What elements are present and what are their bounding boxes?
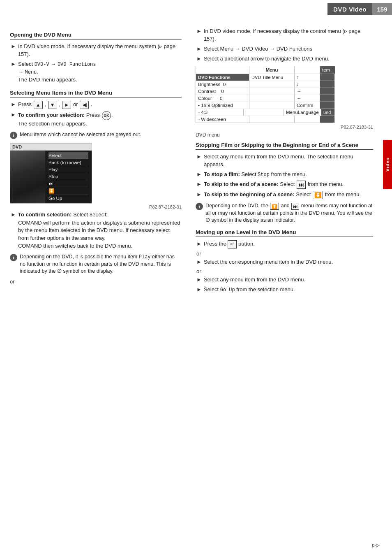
bullet-arrow-icon: ►	[196, 56, 202, 62]
list-item: ► To skip to the beginning of a scene: S…	[196, 191, 373, 199]
section-opening-dvd-menu-heading: Opening the DVD Menu	[10, 32, 182, 39]
bullet-arrow-icon: ►	[196, 191, 202, 197]
key-right[interactable]: ►	[62, 101, 71, 109]
dvd-table-header-row: Menu tem	[196, 66, 335, 74]
und-cell: und	[321, 109, 335, 116]
info-box: i Menu items which cannot be selected ar…	[10, 131, 182, 139]
bullet-text: To confirm your selection: Press ok.The …	[18, 111, 113, 128]
dvd-table-row: Brightness 0 ↓	[196, 81, 335, 88]
or-separator: or	[196, 251, 373, 257]
menulanguage-cell: MenuLanguage	[284, 109, 321, 116]
dvd-tem5-cell	[320, 102, 335, 109]
bullet-arrow-icon: ►	[196, 153, 202, 160]
dvd-tem2-cell	[320, 81, 335, 88]
dvd-menu-item-play[interactable]: Play	[48, 166, 88, 173]
brightness-cell: Brightness 0	[196, 81, 249, 88]
dvd-menu-image: DVD Select Back (to movie) Play Stop ⏭ ⏬…	[10, 143, 92, 204]
bullet-text: Select a directional arrow to navigate t…	[204, 55, 330, 63]
bullet-arrow-icon: ►	[196, 276, 202, 283]
side-tab-video: Video	[383, 140, 392, 189]
dvd-menu-item-back[interactable]: Back (to movie)	[48, 159, 88, 166]
dvd-table-header-col2: Menu	[249, 66, 295, 74]
header-title-area: DVD Video 159	[327, 3, 392, 15]
skip-forward-symbol: ⏭	[297, 181, 306, 189]
list-item: ► Press the ↵ button.	[196, 240, 373, 248]
header-title: DVD Video	[327, 3, 372, 15]
bullet-arrow-icon: ►	[196, 241, 202, 247]
dvd-thumbnail	[10, 151, 45, 203]
bullet-arrow-icon: ►	[196, 171, 202, 177]
fig-caption-1: P82.87-2182-31	[10, 204, 182, 209]
page-container: DVD Video 159 Video Opening the DVD Menu…	[0, 0, 392, 557]
list-item: ► To confirm your selection: Press ok.Th…	[10, 111, 182, 128]
dvd-menu-content: Select Back (to movie) Play Stop ⏭ ⏬ Go …	[10, 151, 92, 203]
section-moving-up-heading: Moving up one Level in the DVD Menu	[196, 229, 373, 237]
dvd-table-row: Contrast 0 →	[196, 88, 335, 95]
press-label: Press	[18, 102, 33, 108]
key-down[interactable]: ▼	[48, 101, 57, 109]
empty-cell	[249, 95, 295, 102]
dvd-menu-item-stop[interactable]: Stop	[48, 173, 88, 180]
empty-cell	[295, 116, 320, 123]
key-up[interactable]: ▲	[34, 101, 43, 109]
header-page-number: 159	[372, 3, 392, 15]
bullet-text: To confirm selection: Select Select.COMA…	[18, 211, 182, 250]
confirm-cell: Confirm	[295, 102, 320, 109]
bullet-text: In DVD video mode, if necessary display …	[204, 28, 373, 43]
dvd-table-row: ◦ Widescreen	[196, 116, 335, 123]
list-item: ► Press ▲ , ▼ , ► or ◀ .	[10, 101, 182, 109]
bullet-text: In DVD video mode, if necessary display …	[18, 43, 182, 58]
bullet-text: Press ▲ , ▼ , ► or ◀ .	[18, 101, 92, 109]
list-item: ► Select Go Up from the selection menu.	[196, 286, 373, 294]
bullet-text: To skip to the beginning of a scene: Sel…	[204, 191, 361, 199]
fig-caption-2: P82.87-2183-31	[196, 125, 373, 130]
widescreen-cell: ◦ Widescreen	[196, 116, 249, 123]
dvd-menu-list: Select Back (to movie) Play Stop ⏭ ⏬ Go …	[45, 151, 92, 203]
back-button[interactable]: ↵	[228, 240, 237, 248]
bullet-arrow-icon: ►	[11, 61, 16, 67]
dvd-arrow-right-cell: →	[295, 88, 320, 95]
key-left[interactable]: ◀	[80, 101, 89, 109]
main-content: Opening the DVD Menu ► In DVD video mode…	[0, 17, 392, 300]
dvd-arrow-up-cell: ↑	[295, 74, 320, 81]
key-ok[interactable]: ok	[102, 111, 111, 120]
bullet-arrow-icon: ►	[11, 101, 16, 107]
bullet-text: Select any menu item from the DVD menu. …	[204, 153, 373, 169]
info-icon: i	[10, 132, 17, 139]
bullet-arrow-icon: ►	[11, 111, 16, 118]
info-box-3: i Depending on the DVD, the ⏬ and ⏭ menu…	[196, 202, 373, 224]
dvd-menu-item-select[interactable]: Select	[48, 152, 88, 159]
bullet-text: Select Go Up from the selection menu.	[204, 286, 295, 294]
dvd-label: DVD	[10, 144, 92, 151]
list-item: ► In DVD video mode, if necessary displa…	[196, 28, 373, 43]
info-icon-3: i	[196, 203, 203, 210]
bullet-text: Press the ↵ button.	[204, 240, 255, 248]
169-cell: • 16:9 Optimized	[196, 102, 249, 109]
empty-cell	[249, 81, 295, 88]
list-item: ► Select any menu item from the DVD menu…	[196, 276, 373, 284]
bullet-arrow-icon: ►	[196, 28, 202, 34]
list-item: ► To skip to the end of a scene: Select …	[196, 181, 373, 189]
list-item: ► In DVD video mode, if necessary displa…	[10, 43, 182, 58]
bullet-arrow-icon: ►	[196, 46, 202, 52]
dvd-menu-item-skip-forward[interactable]: ⏭	[48, 180, 88, 187]
dvd-tem4-cell	[320, 95, 335, 102]
list-item: ► Select a directional arrow to navigate…	[196, 55, 373, 63]
dvd-menu-label: DVD menu	[196, 132, 373, 138]
dvd-arrow-down-cell: ↓	[295, 81, 320, 88]
bullet-text: To stop a film: Select Stop from the men…	[204, 171, 307, 179]
empty-cell	[249, 102, 295, 109]
dvd-menu-item-go-up[interactable]: Go Up	[48, 195, 88, 202]
dvd-menu-item-skip-back[interactable]: ⏬	[48, 187, 88, 195]
dvd-tem-cell	[320, 74, 335, 81]
bullet-text: Select DVD-V → DVD Functions→ Menu.The D…	[18, 60, 96, 84]
dvd-title-menu-cell: DVD Title Menu	[249, 74, 295, 81]
info-box-2: i Depending on the DVD, it is possible t…	[10, 253, 182, 275]
left-column: Opening the DVD Menu ► In DVD video mode…	[0, 23, 189, 300]
dvd-table-row: Colour 0 ←	[196, 95, 335, 102]
bullet-arrow-icon: ►	[11, 43, 16, 49]
right-column: ► In DVD video mode, if necessary displa…	[189, 23, 382, 300]
list-item: ► Select the corresponding menu item in …	[196, 258, 373, 266]
bullet-arrow-icon: ►	[196, 181, 202, 187]
dvd-tem3-cell	[320, 88, 335, 95]
